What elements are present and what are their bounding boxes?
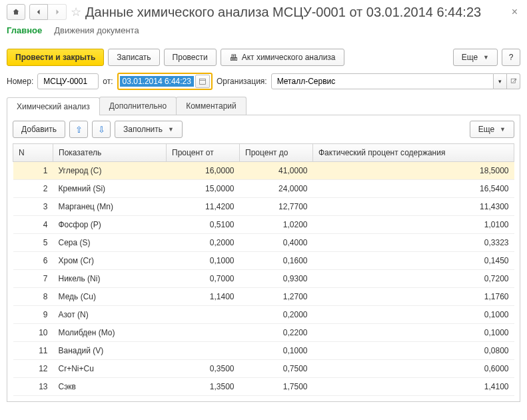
col-header-fact-percent[interactable]: Фактический процент содержания [313, 144, 514, 162]
cell-indicator[interactable]: Молибден (Mo) [53, 324, 167, 342]
cell-indicator[interactable]: Кремний (Si) [53, 180, 167, 198]
cell-n[interactable]: 12 [13, 360, 53, 378]
table-row[interactable]: 1Углерод (C)16,000041,000018,5000 [13, 162, 514, 180]
cell-n[interactable]: 13 [13, 378, 53, 396]
cell-percent-to[interactable]: 0,4000 [240, 234, 313, 252]
cell-indicator[interactable]: Фосфор (P) [53, 216, 167, 234]
table-row[interactable]: 2Кремний (Si)15,000024,000016,5400 [13, 180, 514, 198]
table-row[interactable]: 9Азот (N)0,20000,1000 [13, 306, 514, 324]
col-header-indicator[interactable]: Показатель [53, 144, 167, 162]
cell-n[interactable]: 8 [13, 288, 53, 306]
cell-percent-to[interactable]: 0,1600 [240, 252, 313, 270]
col-header-n[interactable]: N [13, 144, 53, 162]
home-button[interactable] [7, 4, 25, 20]
cell-indicator[interactable]: Углерод (C) [53, 162, 167, 180]
cell-percent-to[interactable]: 12,7700 [240, 198, 313, 216]
print-act-button[interactable]: 🖶 Акт химического анализа [221, 49, 344, 66]
cell-percent-from[interactable]: 0,5100 [167, 216, 240, 234]
number-field[interactable] [42, 76, 94, 87]
move-up-button[interactable]: ⇧ [69, 121, 88, 138]
cell-fact-percent[interactable]: 0,6000 [313, 360, 514, 378]
back-button[interactable] [29, 4, 48, 20]
cell-fact-percent[interactable]: 1,0100 [313, 216, 514, 234]
cell-indicator[interactable]: Медь (Cu) [53, 288, 167, 306]
tab-chem-analysis[interactable]: Химический анализ [7, 97, 100, 115]
cell-percent-from[interactable]: 11,4200 [167, 198, 240, 216]
date-input[interactable]: 03.01.2014 6:44:23 [117, 73, 213, 90]
table-more-button[interactable]: Еще ▼ [470, 121, 514, 138]
table-row[interactable]: 10Молибден (Mo)0,22000,1000 [13, 324, 514, 342]
cell-fact-percent[interactable]: 0,1000 [313, 306, 514, 324]
cell-n[interactable]: 7 [13, 270, 53, 288]
cell-indicator[interactable]: Азот (N) [53, 306, 167, 324]
cell-n[interactable]: 2 [13, 180, 53, 198]
cell-percent-to[interactable]: 0,2200 [240, 324, 313, 342]
cell-indicator[interactable]: Cr+Ni+Cu [53, 360, 167, 378]
tab-comment[interactable]: Комментарий [176, 97, 247, 115]
tab-extra[interactable]: Дополнительно [99, 97, 177, 115]
cell-percent-from[interactable]: 0,7000 [167, 270, 240, 288]
cell-percent-from[interactable]: 0,1000 [167, 252, 240, 270]
cell-n[interactable]: 6 [13, 252, 53, 270]
table-row[interactable]: 5Сера (S)0,20000,40000,3323 [13, 234, 514, 252]
help-button[interactable]: ? [502, 49, 520, 66]
cell-percent-from[interactable] [167, 324, 240, 342]
cell-fact-percent[interactable]: 0,7200 [313, 270, 514, 288]
cell-fact-percent[interactable]: 18,5000 [313, 162, 514, 180]
cell-percent-from[interactable]: 1,1400 [167, 288, 240, 306]
cell-n[interactable]: 3 [13, 198, 53, 216]
calendar-button[interactable] [195, 75, 210, 88]
cell-fact-percent[interactable]: 0,0800 [313, 342, 514, 360]
table-row[interactable]: 12Cr+Ni+Cu0,35000,75000,6000 [13, 360, 514, 378]
cell-indicator[interactable]: Ванадий (V) [53, 342, 167, 360]
cell-percent-to[interactable]: 1,7500 [240, 378, 313, 396]
cell-indicator[interactable]: Марганец (Mn) [53, 198, 167, 216]
cell-n[interactable]: 11 [13, 342, 53, 360]
view-tab-movements[interactable]: Движения документа [54, 25, 139, 37]
number-input[interactable] [37, 73, 99, 89]
date-value[interactable]: 03.01.2014 6:44:23 [120, 76, 194, 87]
cell-fact-percent[interactable]: 16,5400 [313, 180, 514, 198]
cell-n[interactable]: 9 [13, 306, 53, 324]
cell-percent-from[interactable]: 0,2000 [167, 234, 240, 252]
cell-percent-to[interactable]: 41,0000 [240, 162, 313, 180]
cell-fact-percent[interactable]: 0,3323 [313, 234, 514, 252]
cell-n[interactable]: 4 [13, 216, 53, 234]
cell-indicator[interactable]: Хром (Cr) [53, 252, 167, 270]
cell-percent-from[interactable] [167, 306, 240, 324]
close-button[interactable]: × [509, 6, 520, 18]
table-row[interactable]: 11Ванадий (V)0,10000,0800 [13, 342, 514, 360]
cell-indicator[interactable]: Никель (Ni) [53, 270, 167, 288]
cell-percent-to[interactable]: 0,9300 [240, 270, 313, 288]
table-row[interactable]: 4Фосфор (P)0,51001,02001,0100 [13, 216, 514, 234]
cell-n[interactable]: 1 [13, 162, 53, 180]
cell-percent-from[interactable]: 15,0000 [167, 180, 240, 198]
cell-percent-to[interactable]: 24,0000 [240, 180, 313, 198]
cell-fact-percent[interactable]: 1,4100 [313, 378, 514, 396]
save-button[interactable]: Записать [108, 49, 159, 66]
table-row[interactable]: 7Никель (Ni)0,70000,93000,7200 [13, 270, 514, 288]
col-header-percent-to[interactable]: Процент до [240, 144, 313, 162]
org-open-button[interactable] [507, 73, 520, 89]
col-header-percent-from[interactable]: Процент от [167, 144, 240, 162]
cell-percent-from[interactable]: 16,0000 [167, 162, 240, 180]
cell-fact-percent[interactable]: 1,1760 [313, 288, 514, 306]
cell-percent-to[interactable]: 0,7500 [240, 360, 313, 378]
table-row[interactable]: 8Медь (Cu)1,14001,27001,1760 [13, 288, 514, 306]
cell-percent-to[interactable]: 1,0200 [240, 216, 313, 234]
forward-button[interactable] [48, 4, 67, 20]
cell-percent-from[interactable]: 0,3500 [167, 360, 240, 378]
fill-button[interactable]: Заполнить ▼ [115, 121, 183, 138]
cell-n[interactable]: 5 [13, 234, 53, 252]
org-dropdown-button[interactable]: ▾ [494, 73, 507, 89]
cell-fact-percent[interactable]: 0,1000 [313, 324, 514, 342]
cell-fact-percent[interactable]: 0,1450 [313, 252, 514, 270]
cell-percent-to[interactable]: 0,1000 [240, 342, 313, 360]
post-button[interactable]: Провести [164, 49, 217, 66]
table-row[interactable]: 13Сэкв1,35001,75001,4100 [13, 378, 514, 396]
cell-n[interactable]: 10 [13, 324, 53, 342]
cell-indicator[interactable]: Сэкв [53, 378, 167, 396]
add-row-button[interactable]: Добавить [13, 121, 65, 138]
favorite-star-icon[interactable]: ☆ [71, 5, 81, 19]
table-row[interactable]: 3Марганец (Mn)11,420012,770011,4300 [13, 198, 514, 216]
